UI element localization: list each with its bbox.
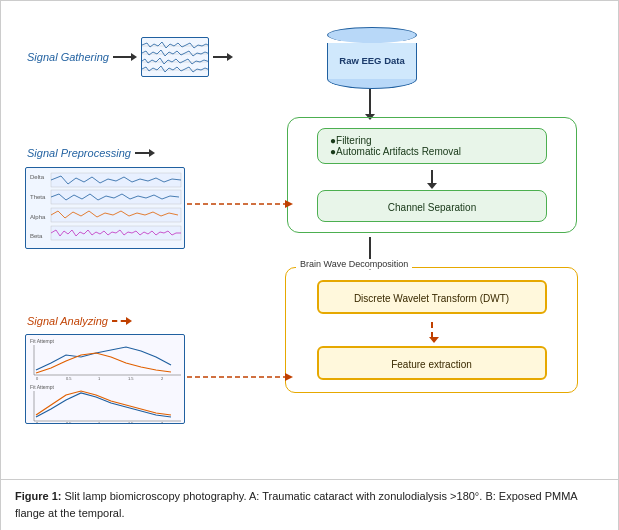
arrow-head [131, 53, 137, 61]
arrow-line2 [213, 56, 227, 58]
filtering-label: ●Filtering [330, 135, 534, 146]
dwt-box: Discrete Wavelet Transform (DWT) [317, 280, 547, 314]
signal-preprocessing-row: Signal Preprocessing [27, 147, 155, 159]
signal-gathering-row: Signal Gathering [27, 37, 233, 77]
sa-arrow [112, 317, 132, 325]
bwd-box: Brain Wave Decomposition Discrete Wavele… [285, 267, 578, 393]
sa-dashed-line [112, 320, 126, 322]
sp-arrow-head [149, 149, 155, 157]
down-arrow-2 [431, 170, 433, 184]
caption-bold: Figure 1: [15, 490, 61, 502]
dashed-down-arrow [431, 322, 433, 338]
signal-preprocessing-label: Signal Preprocessing [27, 147, 131, 159]
svg-text:1: 1 [98, 421, 101, 424]
chart-thumbnail: Fit Attempt 0 0.5 1 1.5 2 Fit Attempt [25, 334, 185, 424]
signal-analyzing-row: Signal Analyzing [27, 315, 132, 327]
sa-arrow-head [126, 317, 132, 325]
svg-text:Theta: Theta [30, 194, 46, 200]
down-arrow-1 [369, 89, 371, 115]
bwd-label: Brain Wave Decomposition [296, 259, 412, 269]
signal-gathering-label: Signal Gathering [27, 51, 109, 63]
svg-text:Alpha: Alpha [30, 214, 46, 220]
main-container: Signal Gathering [1, 1, 619, 530]
svg-text:2: 2 [161, 376, 164, 381]
diagram-area: Signal Gathering [1, 1, 619, 479]
raw-eeg-label: Raw EEG Data [339, 55, 404, 67]
filtering-box: ●Filtering ●Automatic Artifacts Removal [317, 128, 547, 164]
feature-label: Feature extraction [391, 359, 472, 370]
artifacts-label: ●Automatic Artifacts Removal [330, 146, 534, 157]
cylinder-body: Raw EEG Data [327, 43, 417, 79]
feature-box: Feature extraction [317, 346, 547, 380]
svg-text:Fit Attempt: Fit Attempt [30, 384, 55, 390]
channel-thumbnail: Delta Theta Alpha Beta [25, 167, 185, 249]
channel-sep-label: Channel Separation [388, 202, 476, 213]
channel-svg: Delta Theta Alpha Beta [26, 168, 185, 249]
sp-arrow-line [135, 152, 149, 154]
svg-text:Fit Attempt: Fit Attempt [30, 338, 55, 344]
sp-arrow [135, 149, 155, 157]
caption-area: Figure 1: Slit lamp biomicroscopy photog… [1, 479, 619, 530]
cylinder-bottom [327, 79, 417, 89]
cylinder-top [327, 27, 417, 43]
svg-text:1.5: 1.5 [128, 421, 134, 424]
raw-eeg-cylinder: Raw EEG Data [327, 27, 417, 89]
arrow-line [113, 56, 131, 58]
eeg-svg [142, 38, 209, 77]
eeg-thumbnail [141, 37, 209, 77]
dashed-arrowhead [429, 337, 439, 343]
arrow-head2 [227, 53, 233, 61]
caption-text: Slit lamp biomicroscopy photography. A: … [15, 490, 577, 519]
down-arrowhead-2 [427, 183, 437, 189]
svg-text:Beta: Beta [30, 233, 43, 239]
svg-text:0.5: 0.5 [66, 376, 72, 381]
dwt-label: Discrete Wavelet Transform (DWT) [354, 293, 509, 304]
sg-arrow [113, 53, 137, 61]
diagram: Signal Gathering [17, 19, 607, 459]
svg-text:0.5: 0.5 [66, 421, 72, 424]
sg-arrow2 [213, 53, 233, 61]
svg-text:0: 0 [36, 376, 39, 381]
svg-text:0: 0 [36, 421, 39, 424]
right-green-box: ●Filtering ●Automatic Artifacts Removal … [287, 117, 577, 233]
svg-rect-9 [51, 208, 181, 222]
svg-text:Delta: Delta [30, 174, 45, 180]
svg-text:1: 1 [98, 376, 101, 381]
channel-sep-box: Channel Separation [317, 190, 547, 222]
signal-analyzing-label: Signal Analyzing [27, 315, 108, 327]
svg-text:2: 2 [161, 421, 164, 424]
chart-svg: Fit Attempt 0 0.5 1 1.5 2 Fit Attempt [26, 335, 185, 424]
svg-text:1.5: 1.5 [128, 376, 134, 381]
svg-rect-5 [51, 173, 181, 187]
